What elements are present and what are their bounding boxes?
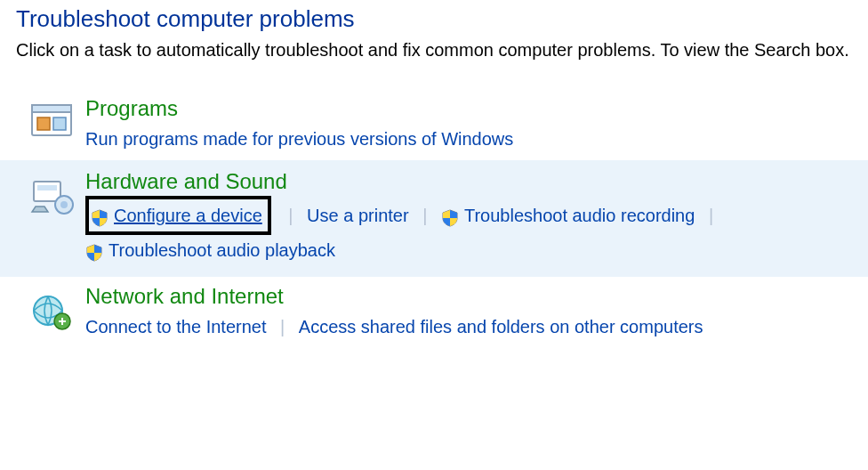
svg-rect-1 bbox=[32, 105, 71, 112]
category-title-network[interactable]: Network and Internet bbox=[85, 284, 284, 309]
highlight-configure-device: Configure a device bbox=[85, 196, 271, 235]
category-network-internet: Network and Internet Connect to the Inte… bbox=[28, 277, 868, 348]
link-audio-playback[interactable]: Troubleshoot audio playback bbox=[85, 236, 335, 264]
link-run-old-programs[interactable]: Run programs made for previous versions … bbox=[85, 125, 513, 153]
category-title-hardware[interactable]: Hardware and Sound bbox=[85, 169, 287, 194]
programs-icon bbox=[28, 100, 75, 146]
category-hardware-sound: Hardware and Sound Configur bbox=[0, 160, 868, 278]
svg-rect-4 bbox=[34, 182, 60, 201]
link-configure-device[interactable]: Configure a device bbox=[114, 201, 262, 230]
page-description: Click on a task to automatically trouble… bbox=[16, 38, 868, 62]
separator: | bbox=[279, 206, 301, 225]
svg-rect-2 bbox=[37, 118, 50, 130]
link-connect-internet[interactable]: Connect to the Internet bbox=[85, 312, 266, 341]
shield-icon bbox=[91, 207, 108, 224]
hardware-icon bbox=[28, 173, 75, 219]
svg-rect-3 bbox=[53, 118, 66, 130]
separator: | bbox=[271, 317, 293, 336]
network-icon bbox=[28, 288, 75, 334]
separator: | bbox=[700, 206, 722, 225]
link-use-printer[interactable]: Use a printer bbox=[307, 201, 409, 230]
shield-icon bbox=[441, 207, 459, 224]
category-programs: Programs Run programs made for previous … bbox=[28, 89, 868, 160]
svg-point-7 bbox=[60, 201, 68, 208]
page-title: Troubleshoot computer problems bbox=[16, 5, 868, 33]
link-audio-recording[interactable]: Troubleshoot audio recording bbox=[441, 201, 695, 230]
separator: | bbox=[414, 206, 436, 225]
svg-rect-5 bbox=[37, 185, 57, 190]
link-shared-files[interactable]: Access shared files and folders on other… bbox=[299, 312, 703, 341]
shield-icon bbox=[85, 241, 103, 259]
category-title-programs[interactable]: Programs bbox=[85, 96, 178, 121]
